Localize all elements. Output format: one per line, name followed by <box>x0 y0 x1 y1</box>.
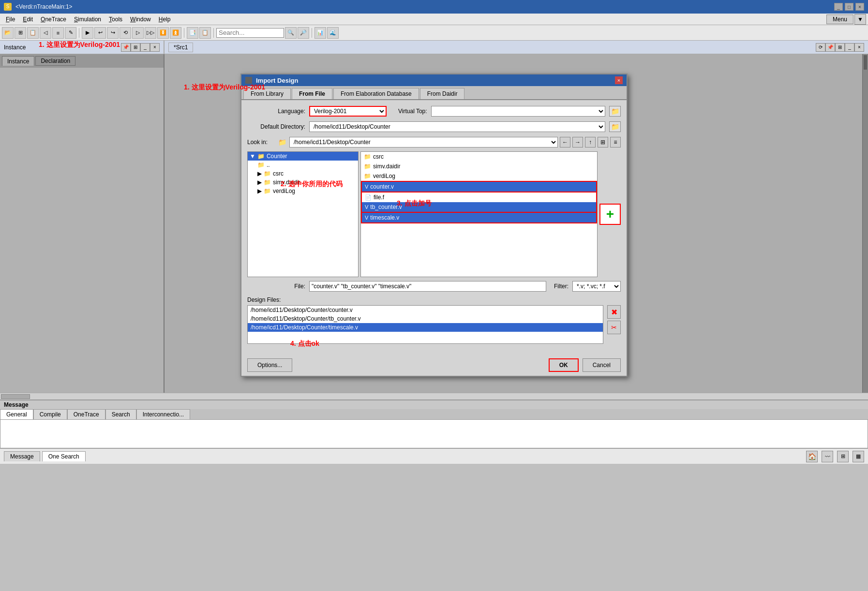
reload-btn[interactable]: ⟳ <box>816 43 825 52</box>
menu-expand-btn[interactable]: ▼ <box>854 14 866 25</box>
tb-btn6[interactable]: ✎ <box>65 27 76 39</box>
search-btn[interactable]: 🔍 <box>285 27 297 39</box>
menu-onetrace[interactable]: OneTrace <box>37 15 70 24</box>
tb-btn8[interactable]: ↩ <box>94 27 106 39</box>
menu-bar: File Edit OneTrace Simulation Tools Wind… <box>0 14 868 25</box>
file-item-tbcounterv[interactable]: Vtb_counter.v <box>361 202 597 212</box>
src-close-btn[interactable]: × <box>854 43 864 52</box>
tb-btn14[interactable]: ⏫ <box>170 27 181 39</box>
tree-item-dotdot[interactable]: 📁.. <box>248 161 358 169</box>
msg-tab-interconnection[interactable]: Interconnectio... <box>136 409 190 419</box>
pin-src-btn[interactable]: 📌 <box>825 43 835 52</box>
search-next-btn[interactable]: 🔎 <box>298 27 309 39</box>
close-button[interactable]: × <box>855 3 864 11</box>
bottom-tabs-row: Message One Search <box>4 451 86 461</box>
minimize-button[interactable]: _ <box>834 3 843 11</box>
close-panel-btn[interactable]: × <box>150 43 160 52</box>
status-btn3[interactable]: ⊞ <box>837 451 849 462</box>
tb-btn2[interactable]: ⊞ <box>15 27 26 39</box>
bottom-tab-onesearch[interactable]: One Search <box>42 451 86 461</box>
language-select[interactable]: Verilog-2001 Verilog-95 SystemVerilog VH… <box>309 106 387 117</box>
delete-btn-2[interactable]: ✂ <box>607 321 621 334</box>
delete-btn-1[interactable]: ✖ <box>607 305 621 319</box>
scrollbar-h-thumb[interactable] <box>1 394 30 399</box>
tree-item-verdilog[interactable]: ▶📁verdiLog <box>248 187 358 195</box>
msg-tab-general[interactable]: General <box>0 409 33 419</box>
design-files-box: /home/icd11/Desktop/Counter/counter.v /h… <box>247 305 603 344</box>
tab-from-daidir[interactable]: From Daidir <box>420 88 465 99</box>
default-dir-folder-btn[interactable]: 📁 <box>609 121 621 132</box>
status-wave-btn[interactable]: 〰 <box>822 451 833 462</box>
tb-btn16[interactable]: 📋 <box>199 27 211 39</box>
dialog-close-btn[interactable]: × <box>615 76 623 84</box>
tb-btn11[interactable]: ▷ <box>132 27 144 39</box>
menu-right-btn[interactable]: Menu <box>826 15 853 24</box>
menu-simulation[interactable]: Simulation <box>70 15 105 24</box>
src-tab[interactable]: *Src1 <box>168 43 193 52</box>
toolbar-search[interactable] <box>216 28 284 38</box>
tb-btn5[interactable]: ≡ <box>52 27 64 39</box>
filter-select[interactable]: *.v; *.vc; *.f <box>572 281 621 292</box>
tb-waveform-btn[interactable]: 📊 <box>314 27 326 39</box>
tb-btn3[interactable]: 📋 <box>27 27 39 39</box>
tb-btn13[interactable]: ⏬ <box>157 27 169 39</box>
msg-tab-search[interactable]: Search <box>105 409 136 419</box>
open-btn[interactable]: 📂 <box>2 27 14 39</box>
file-item-csrc[interactable]: 📁csrc <box>361 152 597 162</box>
window-controls: _ □ × <box>834 3 864 11</box>
tab-from-library[interactable]: From Library <box>243 88 291 99</box>
ok-btn[interactable]: OK <box>549 358 579 372</box>
tb-btn7[interactable]: ▶ <box>82 27 93 39</box>
menu-help[interactable]: Help <box>155 15 175 24</box>
status-btn4[interactable]: ▦ <box>853 451 864 462</box>
delete-btns: ✖ ✂ <box>607 305 621 344</box>
virtual-top-select[interactable] <box>431 106 605 117</box>
tb-btn4[interactable]: ◁ <box>40 27 51 39</box>
dock-btn[interactable]: ⊞ <box>131 43 140 52</box>
file-input[interactable] <box>309 281 546 292</box>
file-item-counterv[interactable]: Vcounter.v <box>361 181 597 192</box>
nav-grid-btn[interactable]: ⊞ <box>598 137 608 148</box>
nav-list-btn[interactable]: ≡ <box>610 137 621 148</box>
cancel-btn[interactable]: Cancel <box>583 358 621 372</box>
design-file-3[interactable]: /home/icd11/Desktop/Counter/timescale.v <box>248 323 603 332</box>
menu-file[interactable]: File <box>2 15 19 24</box>
src-dock-btn[interactable]: ⊞ <box>835 43 845 52</box>
bottom-tab-message[interactable]: Message <box>4 451 40 461</box>
lookin-select[interactable]: /home/icd11/Desktop/Counter <box>289 137 558 148</box>
tb-btn12[interactable]: ▷▷ <box>145 27 156 39</box>
tb-btn10[interactable]: ⟲ <box>120 27 131 39</box>
msg-tab-onetrace[interactable]: OneTrace <box>67 409 105 419</box>
design-file-2[interactable]: /home/icd11/Desktop/Counter/tb_counter.v <box>248 314 603 323</box>
pin-btn[interactable]: 📌 <box>121 43 131 52</box>
menu-tools[interactable]: Tools <box>105 15 126 24</box>
float-btn[interactable]: _ <box>140 43 150 52</box>
tab-from-elaboration[interactable]: From Elaboration Database <box>333 88 419 99</box>
file-item-timescalev[interactable]: Vtimescale.v <box>361 212 597 223</box>
tb-btn9[interactable]: ↪ <box>107 27 119 39</box>
options-btn[interactable]: Options... <box>247 358 292 372</box>
tree-item-csrc[interactable]: ▶📁csrc <box>248 169 358 178</box>
design-file-1[interactable]: /home/icd11/Desktop/Counter/counter.v <box>248 306 603 314</box>
add-files-btn[interactable]: + <box>599 204 621 225</box>
nav-forward-btn[interactable]: → <box>572 137 583 148</box>
scrollbar-h[interactable] <box>0 393 868 399</box>
src-float-btn[interactable]: _ <box>845 43 854 52</box>
file-item-verdilog[interactable]: 📁verdiLog <box>361 171 597 181</box>
default-dir-select[interactable]: /home/icd11/Desktop/Counter <box>309 121 605 132</box>
menu-edit[interactable]: Edit <box>19 15 37 24</box>
file-item-simvdaidir[interactable]: 📁simv.daidir <box>361 162 597 171</box>
tb-btn15[interactable]: 📑 <box>187 27 198 39</box>
menu-window[interactable]: Window <box>126 15 155 24</box>
maximize-button[interactable]: □ <box>845 3 853 11</box>
msg-tab-compile[interactable]: Compile <box>33 409 67 419</box>
file-item-filef[interactable]: 📄file.f <box>361 192 597 202</box>
nav-up-btn[interactable]: ↑ <box>585 137 596 148</box>
tab-from-file[interactable]: From File <box>292 88 332 99</box>
nav-back-btn[interactable]: ← <box>560 137 570 148</box>
tb-nwave-btn[interactable]: 🌊 <box>327 27 339 39</box>
status-home-btn[interactable]: 🏠 <box>806 451 818 462</box>
virtual-top-folder-btn[interactable]: 📁 <box>609 106 621 117</box>
tree-item-simvdaidir[interactable]: ▶📁simv.daidir <box>248 178 358 187</box>
tree-item-counter[interactable]: ▼📁Counter <box>248 152 358 161</box>
